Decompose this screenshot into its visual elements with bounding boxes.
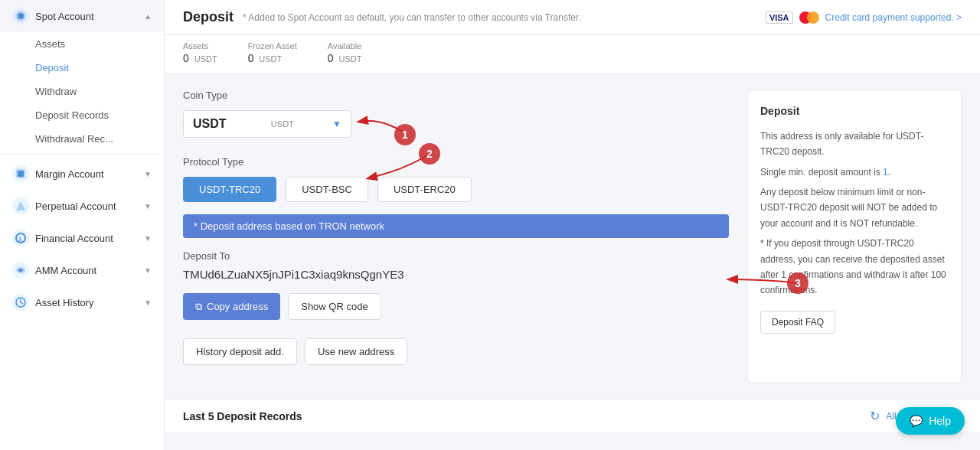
min-deposit-highlight: 1 [883, 167, 888, 178]
info-banner: * Deposit address based on TRON network [183, 214, 729, 238]
sidebar-item-perpetual-account[interactable]: Perpetual Account ▼ [0, 190, 164, 222]
page-title: Deposit [183, 9, 234, 25]
svg-point-10 [394, 124, 416, 145]
dropdown-arrow-icon: ▼ [332, 119, 341, 129]
chevron-down-icon-history: ▼ [144, 298, 152, 307]
header-bar: Deposit * Added to Spot Account as defau… [165, 0, 980, 35]
asset-available: Available 0 USDT [328, 41, 362, 64]
sidebar-item-financial-account[interactable]: $ Financial Account ▼ [0, 222, 164, 254]
asset-total: Assets 0 USDT [183, 41, 217, 64]
svg-point-1 [18, 13, 24, 19]
svg-marker-4 [16, 201, 25, 210]
header-note: * Added to Spot Account as default, you … [243, 12, 581, 23]
assets-label: Assets [183, 41, 217, 51]
show-qr-button[interactable]: Show QR code [288, 293, 381, 320]
sidebar: Spot Account ▲ Assets Deposit Withdraw D… [0, 0, 165, 450]
asset-frozen: Frozen Asset 0 USDT [248, 41, 297, 64]
action-btn-row: ⧉ Copy address Show QR code [183, 293, 729, 320]
sidebar-spot-label: Spot Account [35, 11, 94, 22]
refresh-icon[interactable]: ↻ [870, 409, 880, 423]
chevron-down-icon-perpetual: ▼ [144, 202, 152, 210]
coin-tag: USDT [271, 119, 294, 129]
chevron-down-icon-amm: ▼ [144, 266, 152, 275]
available-label: Available [328, 41, 362, 51]
main-content: Deposit * Added to Spot Account as defau… [165, 0, 980, 450]
deposit-faq-button[interactable]: Deposit FAQ [760, 311, 835, 334]
copy-icon: ⧉ [195, 301, 202, 313]
margin-label: Margin Account [35, 168, 104, 180]
svg-text:1: 1 [402, 129, 408, 141]
assets-row: Assets 0 USDT Frozen Asset 0 USDT Availa… [165, 35, 980, 74]
history-deposit-button[interactable]: History deposit add. [183, 338, 297, 365]
help-button[interactable]: 💬 Help [896, 407, 965, 435]
amm-account-icon [12, 262, 29, 279]
bottom-bar: Last 5 Deposit Records ↻ All deposit rec… [165, 399, 980, 432]
margin-account-icon [12, 165, 29, 182]
mc-circle-orange [807, 11, 819, 24]
deposit-info-line-4: * If you deposit through USDT-TRC20 addr… [760, 236, 949, 298]
assets-value: 0 USDT [183, 52, 217, 64]
financial-label: Financial Account [35, 233, 113, 244]
sidebar-item-assets[interactable]: Assets [0, 32, 164, 56]
deposit-to-label: Deposit To [183, 250, 729, 262]
protocol-bsc-btn[interactable]: USDT-BSC [286, 177, 368, 202]
spot-account-icon [12, 8, 29, 24]
deposit-info-line-3: Any deposit below minimum limit or non-U… [760, 184, 949, 231]
protocol-type-label: Protocol Type [183, 156, 729, 168]
two-col-layout: Coin Type USDT USDT ▼ [183, 90, 962, 383]
sidebar-item-withdrawal-rec[interactable]: Withdrawal Rec... [0, 127, 164, 151]
mastercard-logo [799, 11, 819, 24]
amm-label: AMM Account [35, 265, 96, 276]
sidebar-item-deposit-records[interactable]: Deposit Records [0, 103, 164, 127]
frozen-value: 0 USDT [248, 52, 297, 64]
asset-history-label: Asset History [35, 297, 94, 308]
deposit-info-title: Deposit [760, 103, 949, 121]
sidebar-item-spot-account[interactable]: Spot Account ▲ [0, 0, 164, 32]
coin-name: USDT [193, 117, 227, 131]
svg-point-8 [18, 269, 23, 272]
sidebar-item-withdraw[interactable]: Withdraw [0, 80, 164, 103]
sidebar-item-asset-history[interactable]: Asset History ▼ [0, 286, 164, 318]
frozen-label: Frozen Asset [248, 41, 297, 51]
help-icon: 💬 [910, 415, 923, 427]
financial-account-icon: $ [12, 230, 29, 246]
asset-history-icon [12, 294, 29, 311]
divider-1 [0, 154, 164, 155]
secondary-btn-row: History deposit add. Use new address [183, 338, 729, 365]
chevron-down-icon-financial: ▼ [144, 234, 152, 243]
available-value: 0 USDT [328, 52, 362, 64]
deposit-info-line-1: This address is only available for USDT-… [760, 129, 949, 160]
copy-address-button[interactable]: ⧉ Copy address [183, 293, 280, 320]
deposit-info-panel: Deposit This address is only available f… [747, 90, 962, 383]
perpetual-label: Perpetual Account [35, 201, 116, 212]
protocol-row: USDT-TRC20 USDT-BSC [183, 177, 729, 202]
sidebar-item-deposit[interactable]: Deposit [0, 56, 164, 80]
svg-text:$: $ [18, 236, 22, 243]
use-new-address-button[interactable]: Use new address [305, 338, 407, 365]
coin-type-label: Coin Type [183, 90, 729, 101]
deposit-info-line-2: Single min. deposit amount is 1. [760, 165, 949, 180]
coin-type-row: USDT USDT ▼ [183, 110, 729, 138]
svg-rect-3 [18, 171, 24, 177]
arrow-1-svg: 1 [351, 103, 413, 141]
perpetual-account-icon [12, 197, 29, 214]
deposit-address-text: TMUd6LZuaNX5jnJPi1C3xiaq9knsQgnYE3 [183, 268, 403, 281]
credit-card-link[interactable]: Credit card payment supported. > [825, 12, 962, 23]
sidebar-item-margin-account[interactable]: Margin Account ▼ [0, 158, 164, 190]
col-left: Coin Type USDT USDT ▼ [183, 90, 729, 383]
chevron-down-icon-margin: ▼ [144, 170, 152, 178]
protocol-trc20-btn[interactable]: USDT-TRC20 [183, 177, 276, 202]
header-right: VISA Credit card payment supported. > [766, 11, 962, 24]
deposit-address: TMUd6LZuaNX5jnJPi1C3xiaq9knsQgnYE3 3 [183, 268, 729, 281]
coin-selector[interactable]: USDT USDT ▼ [183, 110, 351, 138]
content-body: Coin Type USDT USDT ▼ [165, 74, 980, 399]
chevron-up-icon: ▲ [144, 12, 152, 21]
protocol-erc20-btn[interactable]: USDT-ERC20 [377, 177, 472, 202]
last-5-deposits-title: Last 5 Deposit Records [183, 410, 302, 422]
visa-logo: VISA [766, 11, 793, 24]
sidebar-item-amm-account[interactable]: AMM Account ▼ [0, 254, 164, 286]
